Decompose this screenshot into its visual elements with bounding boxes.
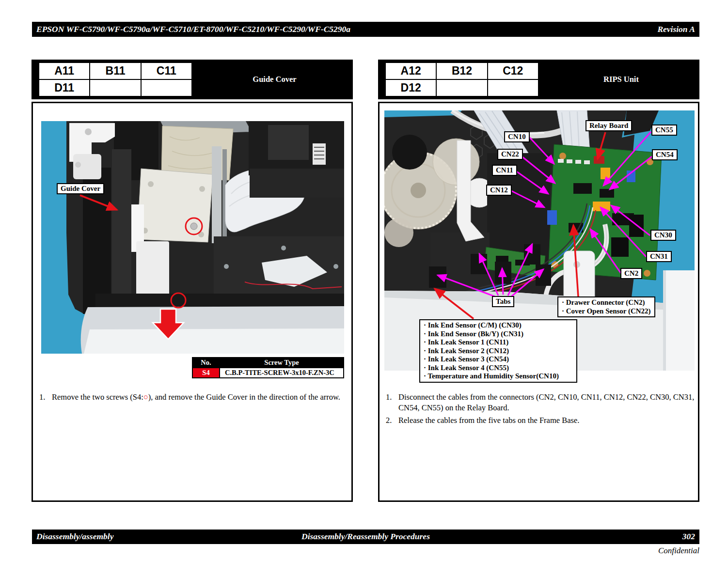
screw-table-header-row: No. Screw Type [192, 358, 344, 368]
screw-circle-marker: ○ [143, 392, 148, 402]
label-cn55: CN55 [651, 125, 677, 136]
page-header-bar: EPSON WF-C5790/WF-C5790a/WF-C5710/ET-870… [32, 22, 699, 37]
label-cn22: CN22 [497, 149, 523, 160]
label-cn31: CN31 [646, 251, 672, 262]
panel-rips-unit: A12 B12 C12 D12 RIPS Unit [378, 60, 699, 502]
header-revision: Revision A [657, 24, 695, 34]
panel-guide-cover: A11 B11 C11 D11 Guide Cover [32, 60, 353, 502]
step-number: 1. [384, 392, 398, 413]
step-text: Remove the two screws (S4:○), and remove… [52, 392, 340, 403]
grid-cell-empty-2 [142, 80, 191, 96]
grid-cell-empty-1 [90, 80, 140, 96]
sensor-item: · Temperature and Humidity Sensor(CN10) [424, 372, 573, 381]
step-text: Disconnect the cables from the connector… [398, 392, 696, 413]
cover-open-sensor-line: · Cover Open Sensor (CN22) [562, 307, 651, 316]
screw-col-type: Screw Type [220, 358, 344, 368]
confidential-note: Confidential [658, 546, 699, 556]
tabs-arrow-3 [502, 268, 503, 295]
sensor-item: · Ink End Sensor (C/M) (CN30) [424, 321, 573, 330]
header-models-title: EPSON WF-C5790/WF-C5790a/WF-C5710/ET-870… [36, 24, 350, 34]
grid-cell-b12: B12 [437, 63, 487, 79]
rips-unit-photo: Relay Board CN10 CN22 CN11 CN12 CN55 CN5… [384, 110, 695, 371]
screw-table-row: S4 C.B.P-TITE-SCREW-3x10-F.ZN-3C [192, 368, 344, 378]
guide-cover-step-1: 1. Remove the two screws (S4:○), and rem… [38, 392, 352, 403]
rips-unit-panel-body: Relay Board CN10 CN22 CN11 CN12 CN55 CN5… [378, 102, 699, 502]
label-cn12: CN12 [486, 185, 512, 196]
step-number: 2. [384, 415, 398, 426]
screw-table: No. Screw Type S4 C.B.P-TITE-SCREW-3x10-… [192, 357, 344, 378]
sensor-item: · Ink End Sensor (Bk/Y) (CN31) [424, 330, 573, 339]
location-grid: A11 B11 C11 D11 [39, 63, 191, 96]
step-text: Release the cables from the five tabs on… [398, 415, 579, 426]
rips-step-2: 2. Release the cables from the five tabs… [384, 415, 696, 426]
step-number: 1. [38, 392, 52, 403]
guide-cover-photo-scene [41, 121, 344, 354]
screw-type-value: C.B.P-TITE-SCREW-3x10-F.ZN-3C [220, 368, 344, 378]
manual-page: EPSON WF-C5790/WF-C5790a/WF-C5710/ET-870… [0, 0, 728, 561]
screw-col-no: No. [192, 358, 220, 368]
footer-chapter: Disassembly/Reassembly Procedures [32, 531, 699, 542]
guide-cover-panel-header: A11 B11 C11 D11 Guide Cover [32, 60, 353, 99]
grid-cell-d11: D11 [39, 80, 89, 96]
footer-page-number: 302 [682, 531, 695, 542]
grid-cell-b11: B11 [90, 63, 140, 79]
rips-step-1: 1. Disconnect the cables from the connec… [384, 392, 696, 413]
guide-cover-panel-body: Guide Cover No. Screw Type S4 C.B.P-TITE… [32, 102, 353, 502]
label-cn11: CN11 [492, 165, 517, 176]
label-cn10: CN10 [504, 131, 530, 142]
label-cn30: CN30 [650, 230, 676, 241]
label-cn54: CN54 [652, 149, 678, 160]
screw-no-badge: S4 [192, 368, 220, 378]
page-footer-bar: Disassembly/assembly Disassembly/Reassem… [32, 530, 699, 544]
sensor-item: · Ink Leak Sensor 2 (CN12) [424, 347, 573, 356]
guide-cover-photo: Guide Cover [41, 121, 344, 354]
label-cn2: CN2 [620, 268, 642, 279]
grid-cell-d12: D12 [386, 80, 436, 96]
panel-title-guide-cover: Guide Cover [196, 60, 353, 99]
callout-drawer-cover: · Drawer Connector (CN2) · Cover Open Se… [557, 296, 655, 317]
grid-cell-c11: C11 [142, 63, 191, 79]
grid-cell-a11: A11 [39, 63, 89, 79]
grid-cell-empty-2 [488, 80, 538, 96]
location-grid: A12 B12 C12 D12 [386, 63, 538, 96]
label-tabs: Tabs [492, 296, 514, 307]
sensor-item: · Ink Leak Sensor 1 (CN11) [424, 338, 573, 347]
grid-cell-a12: A12 [386, 63, 436, 79]
sensor-item: · Ink Leak Sensor 3 (CN54) [424, 355, 573, 364]
drawer-connector-line: · Drawer Connector (CN2) [562, 298, 651, 307]
sensor-item: · Ink Leak Sensor 4 (CN55) [424, 364, 573, 373]
grid-cell-c12: C12 [488, 63, 538, 79]
panel-title-rips-unit: RIPS Unit [543, 60, 699, 99]
label-relay-board: Relay Board [586, 120, 632, 131]
label-guide-cover: Guide Cover [57, 183, 104, 194]
callout-sensor-list: · Ink End Sensor (C/M) (CN30) · Ink End … [419, 319, 577, 383]
grid-cell-empty-1 [437, 80, 487, 96]
rips-unit-panel-header: A12 B12 C12 D12 RIPS Unit [378, 60, 699, 99]
